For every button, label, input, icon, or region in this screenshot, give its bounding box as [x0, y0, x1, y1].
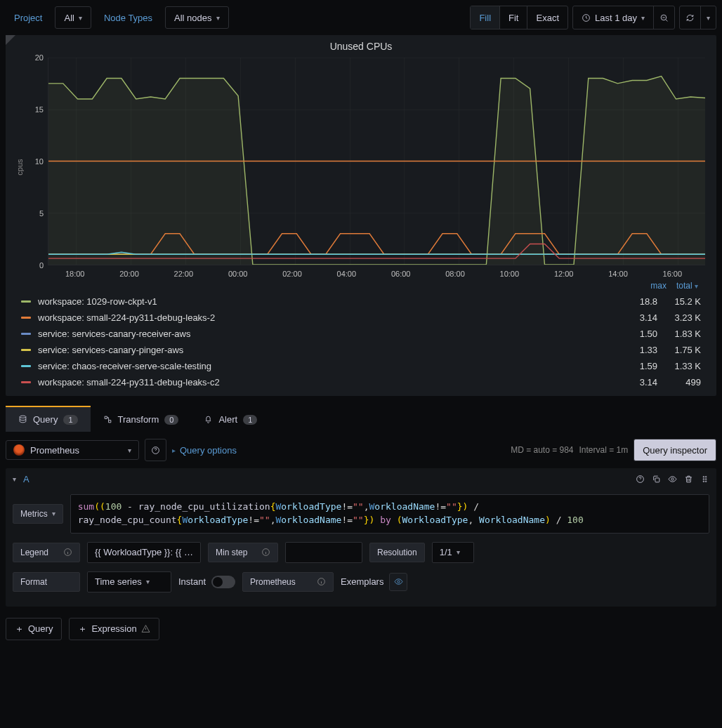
info-icon[interactable] — [317, 577, 326, 586]
y-tick: 20 — [35, 53, 44, 62]
legend-total: 15.2 K — [664, 296, 701, 307]
datasource-help-button[interactable] — [145, 439, 166, 461]
legend-series-name: workspace: small-224-py311-debug-leaks-c… — [38, 377, 614, 388]
x-tick: 12:00 — [554, 270, 574, 278]
legend-max: 1.50 — [621, 329, 657, 339]
legend-row[interactable]: service: services-canary-pinger-aws1.331… — [21, 342, 701, 358]
query-row-body: Metrics▾ sum((100 - ray_node_cpu_utiliza… — [6, 490, 716, 607]
add-expression-button[interactable]: ＋Expression — [69, 618, 159, 640]
chart-area[interactable]: cpus 0510152018:0020:0022:0000:0002:0004… — [35, 55, 705, 279]
legend-swatch — [21, 365, 31, 367]
clock-icon — [582, 13, 591, 22]
svg-point-11 — [703, 481, 704, 482]
x-tick: 18:00 — [65, 270, 85, 278]
zoom-out-button[interactable] — [654, 6, 674, 29]
legend-label: Legend — [13, 543, 80, 562]
legend-row[interactable]: service: services-canary-receiver-aws1.5… — [21, 326, 701, 342]
legend-col-total[interactable]: total ▾ — [676, 281, 698, 291]
y-tick: 5 — [39, 209, 44, 218]
refresh-interval-button[interactable]: ▾ — [701, 6, 716, 29]
info-icon[interactable] — [63, 548, 72, 557]
exact-button[interactable]: Exact — [527, 6, 567, 29]
info-icon[interactable] — [261, 548, 270, 557]
database-icon — [18, 415, 27, 424]
fit-button[interactable]: Fit — [500, 6, 527, 29]
query-options-toggle[interactable]: ▸ Query options — [172, 445, 237, 456]
tab-alert-label: Alert — [218, 414, 237, 425]
refresh-icon — [685, 13, 695, 22]
legend-series-name: workspace: small-224-py311-debug-leaks-2 — [38, 312, 614, 323]
legend-col-max[interactable]: max — [650, 281, 667, 291]
x-tick: 20:00 — [119, 270, 139, 278]
timerange-label: Last 1 day — [595, 13, 637, 23]
instant-toggle[interactable] — [211, 576, 235, 588]
warning-icon — [141, 624, 150, 633]
nodetypes-select[interactable]: All nodes▾ — [165, 6, 228, 29]
project-select[interactable]: All▾ — [55, 6, 91, 29]
format-select[interactable]: Time series▾ — [87, 571, 171, 593]
legend-row[interactable]: workspace: small-224-py311-debug-leaks-2… — [21, 310, 701, 326]
bottom-actions: ＋Query ＋Expression — [0, 607, 722, 668]
meta-md: MD = auto = 984 — [511, 445, 573, 455]
legend-max: 3.14 — [621, 312, 657, 323]
refresh-group: ▾ — [679, 6, 716, 29]
plot-surface[interactable] — [48, 58, 705, 265]
fill-button[interactable]: Fill — [471, 6, 500, 29]
trash-icon[interactable] — [684, 475, 693, 484]
project-value: All — [64, 13, 74, 23]
help-icon[interactable] — [636, 475, 645, 484]
legend-total: 1.33 K — [664, 361, 701, 371]
query-name[interactable]: A — [23, 474, 29, 484]
instant-label: Instant — [178, 576, 206, 587]
chevron-down-icon: ▾ — [457, 548, 460, 556]
svg-point-9 — [703, 479, 704, 480]
y-tick: 15 — [35, 105, 44, 114]
legend-input[interactable]: {{ WorkloadType }}: {{ … — [87, 542, 201, 563]
svg-point-6 — [671, 478, 674, 480]
chevron-down-icon: ▾ — [52, 510, 55, 517]
legend-max: 18.8 — [621, 296, 657, 307]
svg-point-2 — [20, 416, 26, 418]
add-query-button[interactable]: ＋Query — [6, 618, 62, 640]
query-inspector-button[interactable]: Query inspector — [634, 439, 716, 461]
eye-icon[interactable] — [668, 475, 677, 484]
eye-icon — [394, 577, 403, 586]
timerange-group: Last 1 day ▾ — [572, 6, 675, 29]
tab-query[interactable]: Query 1 — [6, 406, 91, 432]
tab-transform-label: Transform — [118, 414, 159, 425]
legend-total: 1.83 K — [664, 329, 701, 339]
panel-unused-cpus: Unused CPUs cpus 0510152018:0020:0022:00… — [6, 35, 716, 396]
chevron-down-icon[interactable]: ▾ — [13, 475, 16, 483]
exemplars-toggle[interactable] — [389, 573, 407, 591]
legend-swatch — [21, 300, 31, 303]
metrics-label[interactable]: Metrics▾ — [13, 504, 63, 524]
resolution-label: Resolution — [369, 543, 425, 562]
legend-row[interactable]: service: chaos-receiver-serve-scale-test… — [21, 358, 701, 374]
drag-handle-icon[interactable] — [700, 475, 709, 484]
plus-icon: ＋ — [78, 623, 87, 635]
copy-icon[interactable] — [652, 475, 661, 484]
legend-swatch — [21, 317, 31, 319]
chevron-down-icon: ▾ — [707, 14, 710, 22]
svg-rect-5 — [655, 478, 659, 482]
x-tick: 16:00 — [663, 270, 683, 278]
timerange-picker[interactable]: Last 1 day ▾ — [573, 6, 654, 29]
editor-tabs: Query 1 Transform 0 Alert 1 — [0, 406, 722, 432]
meta-interval: Interval = 1m — [579, 445, 629, 455]
chevron-down-icon: ▾ — [216, 14, 220, 22]
resolution-select[interactable]: 1/1▾ — [432, 542, 474, 563]
datasource-picker[interactable]: Prometheus ▾ — [6, 440, 139, 460]
svg-point-12 — [705, 481, 707, 482]
legend-row[interactable]: workspace: small-224-py311-debug-leaks-c… — [21, 374, 701, 390]
tab-alert[interactable]: Alert 1 — [191, 406, 270, 432]
panel-info-corner[interactable] — [6, 35, 15, 45]
promql-input[interactable]: sum((100 - ray_node_cpu_utilization{Work… — [70, 494, 709, 534]
refresh-button[interactable] — [680, 6, 701, 29]
tab-transform[interactable]: Transform 0 — [91, 406, 192, 432]
legend-total: 3.23 K — [664, 312, 701, 323]
chevron-down-icon: ▾ — [79, 14, 82, 22]
minstep-input[interactable] — [285, 542, 362, 563]
prometheus-logo-icon — [13, 444, 25, 456]
legend-row[interactable]: workspace: 1029-row-ckpt-v118.815.2 K — [21, 293, 701, 310]
svg-point-8 — [705, 476, 707, 477]
